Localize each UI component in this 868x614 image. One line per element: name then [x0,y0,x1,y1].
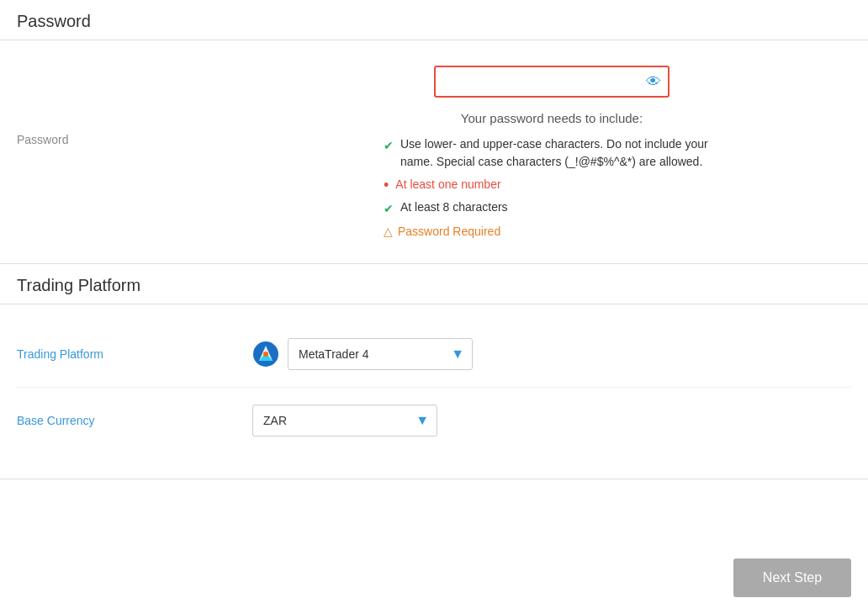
check-icon-chars: ✔ [384,200,394,218]
base-currency-label: Base Currency [17,414,252,427]
trading-platform-body: Trading Platform MetaTrader 4 MetaTrader… [0,304,868,470]
base-currency-select[interactable]: ZAR USD EUR GBP [252,405,437,437]
password-required-error: △ Password Required [384,225,720,238]
password-field-label: Password [17,66,252,146]
requirements-list: ✔ Use lower- and upper-case characters. … [384,135,720,238]
req-number-text: At least one number [395,176,500,193]
trading-platform-row: Trading Platform MetaTrader 4 MetaTrader… [17,321,851,388]
req-case-chars: ✔ Use lower- and upper-case characters. … [384,135,720,171]
password-input[interactable] [434,66,670,98]
password-section: Password 👁 Your password needs to includ… [0,40,868,263]
trading-platform-control: MetaTrader 4 MetaTrader 5 ▼ [252,338,473,370]
req-one-number: • At least one number [384,176,720,193]
trading-platform-title: Trading Platform [17,276,851,295]
password-input-wrapper: 👁 [434,66,670,98]
trading-platform-label: Trading Platform [17,347,252,361]
check-icon-case: ✔ [384,137,394,155]
warning-icon: △ [384,225,393,238]
trading-platform-select-wrapper: MetaTrader 4 MetaTrader 5 ▼ [288,338,473,370]
trading-platform-select[interactable]: MetaTrader 4 MetaTrader 5 [288,338,473,370]
next-step-button[interactable]: Next Step [733,558,851,597]
trading-platform-header: Trading Platform [0,263,868,304]
requirements-title: Your password needs to include: [461,111,643,125]
password-section-header: Password [0,0,868,40]
eye-icon[interactable]: 👁 [646,73,661,91]
base-currency-select-wrapper: ZAR USD EUR GBP ▼ [252,405,437,437]
password-required-text: Password Required [398,225,500,238]
dot-icon-number: • [384,177,389,193]
req-eight-chars: ✔ At least 8 characters [384,198,720,218]
svg-point-3 [263,352,268,357]
page-wrapper: Password Password 👁 Your password needs … [0,0,868,479]
password-content: 👁 Your password needs to include: ✔ Use … [252,66,851,238]
password-title: Password [17,12,851,31]
req-case-text: Use lower- and upper-case characters. Do… [400,135,720,171]
base-currency-control: ZAR USD EUR GBP ▼ [252,405,437,437]
footer-area: Next Step [733,558,851,597]
metatrader-icon [252,341,279,368]
bottom-divider [0,479,868,479]
base-currency-row: Base Currency ZAR USD EUR GBP ▼ [17,388,851,453]
req-chars-text: At least 8 characters [400,198,508,216]
